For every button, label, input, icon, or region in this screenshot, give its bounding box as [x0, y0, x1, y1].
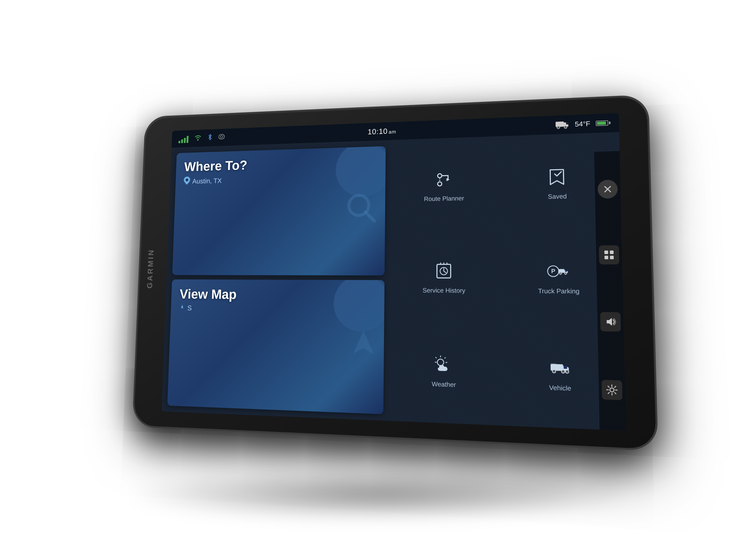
svg-rect-36	[604, 251, 608, 254]
weather-label: Weather	[432, 380, 456, 389]
time-period: am	[389, 129, 396, 135]
wifi-icon	[194, 134, 202, 143]
location-pin-icon	[183, 177, 190, 186]
svg-point-9	[437, 174, 442, 178]
battery-fill	[597, 121, 606, 125]
svg-rect-37	[610, 251, 614, 254]
view-map-title: View Map	[179, 287, 375, 303]
svg-point-30	[552, 370, 556, 373]
route-planner-icon	[435, 170, 453, 191]
audio-streaming-icon	[218, 133, 225, 142]
svg-point-31	[561, 370, 565, 373]
side-controls	[594, 151, 626, 431]
svg-rect-29	[564, 366, 567, 369]
svg-point-11	[437, 182, 442, 186]
temperature-display: 54°F	[575, 120, 590, 128]
apps-button[interactable]	[599, 245, 619, 265]
right-grid-panel: Route Planner Saved	[388, 132, 626, 431]
saved-label: Saved	[548, 193, 567, 201]
truck-parking-label: Truck Parking	[538, 287, 580, 295]
svg-point-21	[565, 272, 567, 274]
svg-point-4	[557, 126, 560, 129]
view-map-card[interactable]: View Map S	[167, 279, 384, 414]
svg-rect-39	[610, 256, 614, 259]
svg-line-24	[445, 357, 445, 358]
direction-text: S	[187, 304, 192, 312]
service-history-label: Service History	[423, 286, 465, 294]
search-magnifier-icon	[345, 191, 377, 230]
close-button[interactable]	[597, 180, 618, 198]
grid-item-service-history[interactable]: Service History	[389, 232, 500, 325]
svg-line-15	[444, 271, 446, 272]
screen: 10:10am 54°F	[162, 113, 626, 431]
weather-icon	[433, 355, 454, 377]
svg-point-22	[437, 359, 444, 366]
svg-point-40	[610, 388, 614, 392]
svg-rect-38	[604, 256, 608, 259]
saved-icon	[547, 167, 567, 189]
where-to-title: Where To?	[184, 154, 376, 174]
direction-icon	[179, 304, 185, 312]
signal-bar-3	[184, 138, 186, 143]
location-text: Austin, TX	[192, 177, 222, 186]
battery-tip	[609, 122, 611, 124]
bluetooth-icon	[208, 133, 213, 143]
device-shell: GARMIN	[133, 96, 657, 449]
svg-rect-18	[558, 269, 565, 273]
view-map-subtitle: S	[179, 304, 375, 314]
signal-bars	[178, 135, 189, 143]
battery-indicator	[596, 120, 610, 126]
brand-label: GARMIN	[145, 249, 155, 289]
signal-bar-2	[181, 140, 183, 143]
grid-item-weather[interactable]: Weather	[389, 324, 501, 421]
svg-point-32	[566, 370, 569, 373]
svg-rect-2	[555, 121, 564, 127]
svg-point-1	[220, 135, 223, 138]
svg-point-0	[197, 139, 198, 141]
svg-point-5	[564, 126, 567, 128]
status-center: 10:10am	[368, 127, 396, 136]
vehicle-icon	[548, 357, 572, 380]
where-to-subtitle: Austin, TX	[183, 172, 376, 187]
signal-bar-4	[187, 136, 189, 143]
signal-bar-1	[178, 141, 180, 143]
volume-button[interactable]	[600, 312, 621, 332]
svg-point-20	[559, 272, 562, 274]
svg-rect-19	[565, 270, 567, 271]
svg-rect-33	[551, 363, 556, 364]
svg-rect-28	[551, 364, 563, 371]
svg-line-7	[365, 212, 374, 221]
status-left	[178, 133, 225, 144]
where-to-card[interactable]: Where To? Austin, TX	[172, 146, 386, 275]
vehicle-label: Vehicle	[549, 384, 571, 392]
grid-item-route-planner[interactable]: Route Planner	[390, 141, 499, 232]
device-wrapper: GARMIN	[95, 63, 661, 474]
svg-line-27	[436, 357, 436, 358]
status-right: 54°F	[555, 117, 611, 130]
main-content: Where To? Austin, TX	[162, 132, 626, 431]
service-history-icon	[434, 262, 453, 283]
left-panel: Where To? Austin, TX	[162, 140, 391, 421]
battery-body	[596, 120, 608, 126]
truck-status-icon	[555, 119, 569, 130]
navigation-arrow-icon	[348, 327, 379, 365]
truck-parking-icon: P	[547, 261, 570, 283]
settings-button[interactable]	[602, 380, 623, 400]
svg-rect-3	[566, 122, 568, 124]
time-value: 10:10	[368, 127, 388, 136]
svg-text:P: P	[551, 268, 555, 274]
time-display: 10:10am	[368, 127, 396, 136]
route-planner-label: Route Planner	[424, 195, 464, 203]
device-shadow	[124, 469, 632, 520]
